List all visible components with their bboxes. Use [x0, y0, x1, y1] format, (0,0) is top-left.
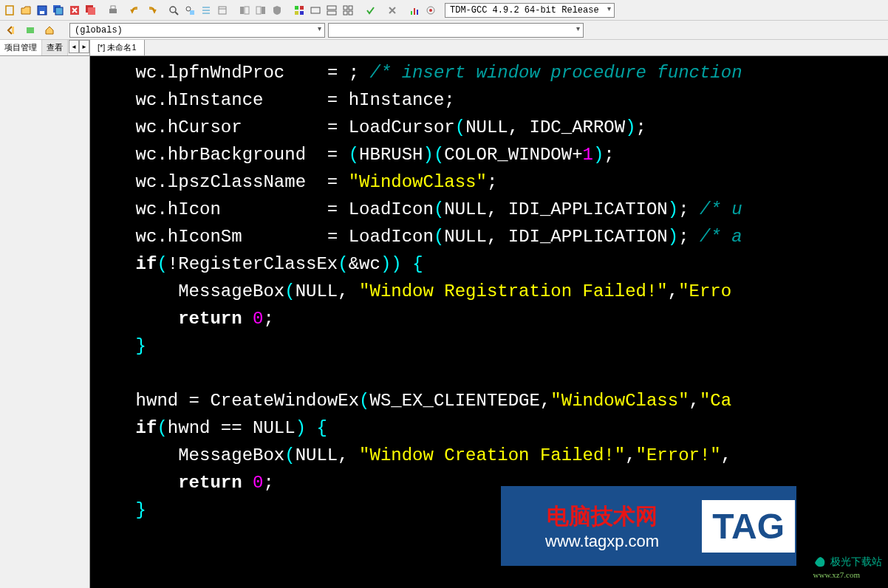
- left-sidebar: 项目管理 查看 ◄ ►: [0, 40, 90, 588]
- bookmark-icon[interactable]: [215, 3, 230, 18]
- layout2-icon[interactable]: [308, 3, 323, 18]
- svg-rect-27: [311, 7, 320, 13]
- main-area: [*] 未命名1 wc.lpfnWndProc = ; /* insert wi…: [90, 40, 888, 588]
- sidebar-tab-project[interactable]: 项目管理: [0, 40, 42, 55]
- svg-line-11: [175, 12, 178, 15]
- watermark-overlay: 电脑技术网 www.tagxp.com TAG: [501, 486, 796, 566]
- forward-icon[interactable]: [23, 23, 38, 38]
- watermark-url: www.tagxp.com: [502, 532, 702, 551]
- svg-rect-33: [349, 11, 352, 15]
- code-line[interactable]: wc.hInstance = hInstance;: [93, 86, 888, 114]
- svg-rect-29: [327, 11, 336, 15]
- code-line[interactable]: MessageBox(NULL, "Window Registration Fa…: [93, 278, 888, 305]
- layout4-icon[interactable]: [341, 3, 355, 18]
- layout1-icon[interactable]: [292, 3, 307, 18]
- svg-rect-0: [6, 6, 13, 15]
- member-select[interactable]: [328, 23, 584, 38]
- back-icon[interactable]: [4, 23, 18, 38]
- tab-next-icon[interactable]: ►: [79, 40, 89, 53]
- svg-rect-9: [111, 6, 115, 9]
- svg-rect-2: [40, 11, 44, 14]
- stop-icon[interactable]: [385, 3, 400, 18]
- redo-icon[interactable]: [144, 3, 159, 18]
- svg-rect-7: [88, 7, 95, 15]
- open-file-icon[interactable]: [18, 3, 33, 18]
- goto-icon[interactable]: [199, 3, 214, 18]
- svg-rect-13: [190, 10, 194, 15]
- svg-rect-26: [300, 11, 304, 15]
- toggle-panel1-icon[interactable]: [237, 3, 252, 18]
- debug-icon[interactable]: [423, 3, 438, 18]
- code-line[interactable]: wc.lpszClassName = "WindowClass";: [93, 168, 888, 196]
- tab-prev-icon[interactable]: ◄: [69, 40, 79, 53]
- svg-rect-34: [411, 11, 412, 15]
- svg-rect-21: [256, 7, 261, 14]
- code-line[interactable]: MessageBox(NULL, "Window Creation Failed…: [93, 442, 888, 469]
- svg-rect-24: [300, 6, 304, 10]
- close-icon[interactable]: [67, 3, 82, 18]
- svg-point-10: [170, 7, 176, 13]
- file-tab-bar: [*] 未命名1: [90, 40, 888, 56]
- brand-name: 极光下载站: [830, 556, 882, 567]
- layout3-icon[interactable]: [324, 3, 339, 18]
- home-icon[interactable]: [42, 23, 57, 38]
- brand-overlay: 极光下载站 www.xz7.com: [813, 555, 883, 579]
- save-icon[interactable]: [35, 3, 49, 18]
- compile-icon[interactable]: [363, 3, 378, 18]
- svg-rect-23: [295, 6, 298, 10]
- code-line[interactable]: if(!RegisterClassEx(&wc)) {: [93, 250, 888, 278]
- watermark-tag: TAG: [702, 500, 795, 553]
- svg-rect-25: [295, 11, 298, 15]
- replace-icon[interactable]: [182, 3, 197, 18]
- main-toolbar: TDM-GCC 4.9.2 64-bit Release: [0, 0, 888, 21]
- svg-rect-30: [344, 6, 347, 10]
- svg-rect-39: [12, 27, 14, 34]
- compiler-select[interactable]: TDM-GCC 4.9.2 64-bit Release: [445, 3, 615, 18]
- profile-icon[interactable]: [407, 3, 422, 18]
- print-icon[interactable]: [106, 3, 120, 18]
- svg-rect-17: [219, 7, 226, 14]
- close-all-icon[interactable]: [83, 3, 98, 18]
- svg-rect-4: [55, 7, 63, 15]
- scope-select[interactable]: (globals): [69, 23, 325, 38]
- svg-rect-36: [417, 10, 418, 15]
- code-line[interactable]: }: [93, 332, 888, 360]
- code-line[interactable]: wc.hIconSm = LoadIcon(NULL, IDI_APPLICAT…: [93, 223, 888, 250]
- secondary-toolbar: (globals): [0, 21, 888, 40]
- undo-icon[interactable]: [128, 3, 143, 18]
- file-tab[interactable]: [*] 未命名1: [90, 40, 145, 55]
- svg-rect-8: [109, 9, 117, 13]
- code-line[interactable]: return 0;: [93, 305, 888, 332]
- code-line[interactable]: wc.lpfnWndProc = ; /* insert window proc…: [93, 59, 888, 86]
- svg-point-38: [429, 9, 432, 12]
- brand-url: www.xz7.com: [813, 570, 883, 579]
- new-file-icon[interactable]: [2, 3, 17, 18]
- svg-rect-20: [245, 7, 249, 14]
- svg-rect-19: [240, 7, 244, 14]
- save-all-icon[interactable]: [51, 3, 66, 18]
- toggle-panel2-icon[interactable]: [253, 3, 268, 18]
- watermark-title: 电脑技术网: [502, 502, 702, 532]
- svg-rect-35: [414, 8, 415, 15]
- svg-rect-22: [262, 7, 265, 14]
- find-icon[interactable]: [166, 3, 181, 18]
- code-line[interactable]: wc.hCursor = LoadCursor(NULL, IDC_ARROW)…: [93, 114, 888, 141]
- svg-rect-31: [349, 6, 352, 10]
- code-line[interactable]: wc.hIcon = LoadIcon(NULL, IDI_APPLICATIO…: [93, 196, 888, 223]
- code-line[interactable]: hwnd = CreateWindowEx(WS_EX_CLIENTEDGE,"…: [93, 387, 888, 414]
- shield-icon[interactable]: [270, 3, 284, 18]
- svg-rect-28: [327, 6, 336, 10]
- code-line[interactable]: if(hwnd == NULL) {: [93, 414, 888, 442]
- sidebar-tab-view[interactable]: 查看: [42, 40, 68, 55]
- svg-rect-40: [27, 27, 34, 33]
- code-line[interactable]: wc.hbrBackground = (HBRUSH)(COLOR_WINDOW…: [93, 141, 888, 168]
- svg-rect-32: [344, 11, 347, 15]
